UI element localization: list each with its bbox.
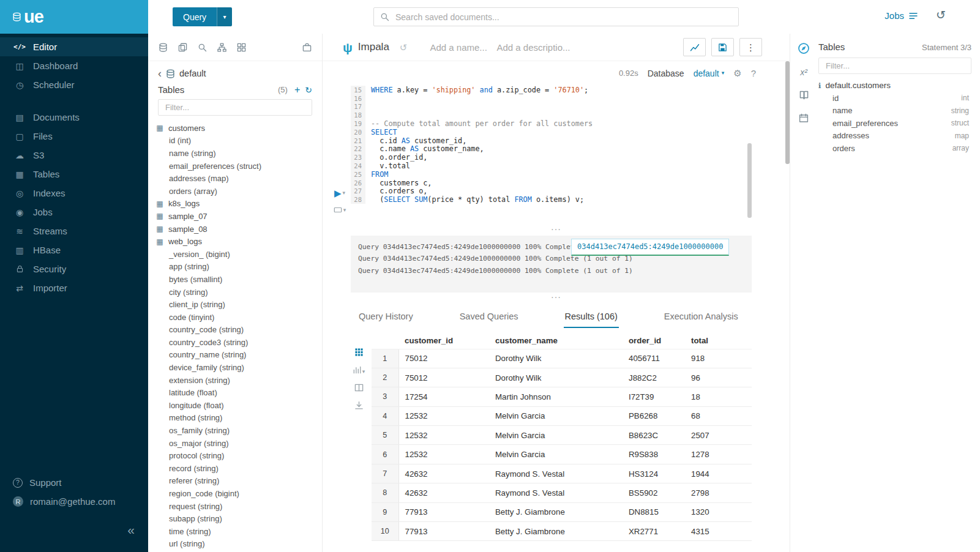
column-item[interactable]: code (tinyint) [155,311,317,324]
query-history-icon[interactable]: ↺ [400,43,408,52]
column-item[interactable]: bytes (smallint) [155,273,317,286]
column-item[interactable]: city (string) [155,286,317,299]
column-header[interactable]: customer_name [489,332,623,349]
code-line[interactable]: 24 v.total [351,162,747,170]
sidebar-item-documents[interactable]: ▤Documents [0,108,148,127]
sidebar-item-indexes[interactable]: ◎Indexes [0,184,148,203]
column-item[interactable]: record (string) [155,462,317,475]
column-item-id[interactable]: idint [818,92,971,105]
sidebar-item-files[interactable]: ▢Files [0,127,148,146]
jobs-link[interactable]: Jobs [885,10,918,21]
column-item[interactable]: id (int) [155,135,317,147]
back-chevron-icon[interactable]: ‹ [158,70,162,77]
column-item[interactable]: os_family (string) [155,424,317,437]
editor-scrollbar[interactable] [747,143,752,218]
code-line[interactable]: 23 o.order_id, [351,153,747,162]
column-item[interactable]: url (string) [155,538,317,551]
table-item-customers[interactable]: ▦customers [155,122,317,135]
table-item-sample-08[interactable]: ▦sample_08 [155,223,317,236]
settings-gear-icon[interactable]: ⚙ [733,69,741,78]
table-row[interactable]: 512532Melvin GarciaB8623C2507 [372,426,752,445]
sitemap-icon[interactable] [217,43,226,52]
column-item-addresses[interactable]: addressesmap [818,130,971,143]
limit-selector[interactable]: ▾ [334,206,346,214]
table-row[interactable]: 317254Martin JohnsonI72T3918 [372,387,752,406]
column-item[interactable]: extension (string) [155,374,317,387]
column-header[interactable]: customer_id [398,332,489,349]
query-description-input[interactable] [495,42,587,53]
breadcrumb[interactable]: default [179,69,206,78]
column-item[interactable]: longitude (float) [155,399,317,412]
column-item[interactable]: region_code (bigint) [155,487,317,500]
sidebar-item-streams[interactable]: ≋Streams [0,222,148,241]
documents-copy-icon[interactable] [178,43,187,52]
column-item[interactable]: subapp (string) [155,512,317,525]
column-item[interactable]: referer (string) [155,475,317,488]
sidebar-item-security[interactable]: Security [0,259,148,278]
code-line[interactable]: 21 c.id AS customer_id, [351,136,747,145]
code-line[interactable]: 28 (SELECT SUM(price * qty) total FROM o… [351,195,747,204]
schedule-calendar-icon[interactable] [799,113,809,123]
new-query-button[interactable]: Query ▾ [173,7,232,26]
code-line[interactable]: 22 c.name AS customer_name, [351,145,747,154]
column-item[interactable]: time (string) [155,525,317,538]
table-item-k8s-logs[interactable]: ▦k8s_logs [155,198,317,211]
refresh-icon[interactable]: ↻ [305,86,312,94]
table-item-sample-07[interactable]: ▦sample_07 [155,210,317,223]
column-item[interactable]: latitude (float) [155,386,317,399]
code-line[interactable]: 15WHERE a.key = 'shipping' and a.zip_cod… [351,86,747,94]
search-input[interactable] [394,12,732,23]
column-item-email-preferences[interactable]: email_preferencesstruct [818,117,971,130]
functions-icon[interactable]: x² [800,67,807,77]
sidebar-item-tables[interactable]: ▦Tables [0,165,148,184]
column-item[interactable]: country_code (string) [155,324,317,337]
run-query-button[interactable]: ▶ ▾ [334,188,345,198]
table-row[interactable]: 175012Dorothy Wilk4056711918 [372,349,752,368]
history-icon[interactable]: ↺ [936,9,946,21]
sidebar-item-s3[interactable]: ☁S3 [0,146,148,165]
tab-query-history[interactable]: Query History [357,305,414,328]
grid-view-icon[interactable] [354,348,364,357]
search-assist-icon[interactable] [198,43,207,52]
add-table-icon[interactable]: + [294,85,300,95]
column-item[interactable]: os_major (string) [155,437,317,450]
tables-filter-input[interactable] [164,102,306,113]
column-item[interactable]: orders (array) [155,185,317,198]
column-item[interactable]: country_name (string) [155,349,317,362]
column-item[interactable]: addresses (map) [155,172,317,185]
code-line[interactable]: 26 customers c, [351,179,747,187]
sidebar-item-jobs[interactable]: ◉Jobs [0,203,148,222]
query-name-input[interactable] [428,42,490,53]
main-scrollbar[interactable] [785,61,790,164]
sidebar-item-importer[interactable]: ⇄Importer [0,278,148,297]
columns-view-icon[interactable] [354,383,364,392]
chart-view-button[interactable]: ▾ [353,365,365,375]
database-dropdown[interactable]: default ▾ [694,69,725,78]
code-line[interactable]: 20SELECT [351,128,747,136]
save-button[interactable] [711,38,734,56]
column-item[interactable]: app (string) [155,261,317,274]
rp-filter-input[interactable] [825,61,965,71]
apps-grid-icon[interactable] [237,43,246,52]
column-item[interactable]: _version_ (bigint) [155,248,317,261]
sidebar-item-dashboard[interactable]: ◫Dashboard [0,56,148,75]
column-header[interactable]: total [685,332,752,349]
code-line[interactable]: 17 [351,103,747,111]
language-reference-book-icon[interactable] [799,90,809,100]
column-item[interactable]: email_preferences (struct) [155,160,317,173]
resize-handle[interactable]: ··· [323,295,790,300]
tab-saved-queries[interactable]: Saved Queries [458,305,520,328]
collapse-sidebar-icon[interactable]: « [127,523,135,536]
sql-sources-icon[interactable] [159,43,168,52]
download-icon[interactable] [354,401,364,410]
code-line[interactable]: 16 [351,94,747,103]
column-item[interactable]: country_code3 (string) [155,336,317,349]
code-line[interactable]: 25FROM [351,170,747,179]
column-item[interactable]: name (string) [155,147,317,160]
table-row[interactable]: 412532Melvin GarciaPB626868 [372,406,752,425]
column-item-orders[interactable]: ordersarray [818,142,971,155]
tab-results-106[interactable]: Results (106) [564,305,619,328]
code-line[interactable]: 18 [351,111,747,119]
more-actions-button[interactable]: ⋮ [739,38,762,56]
column-item[interactable]: request (string) [155,500,317,513]
